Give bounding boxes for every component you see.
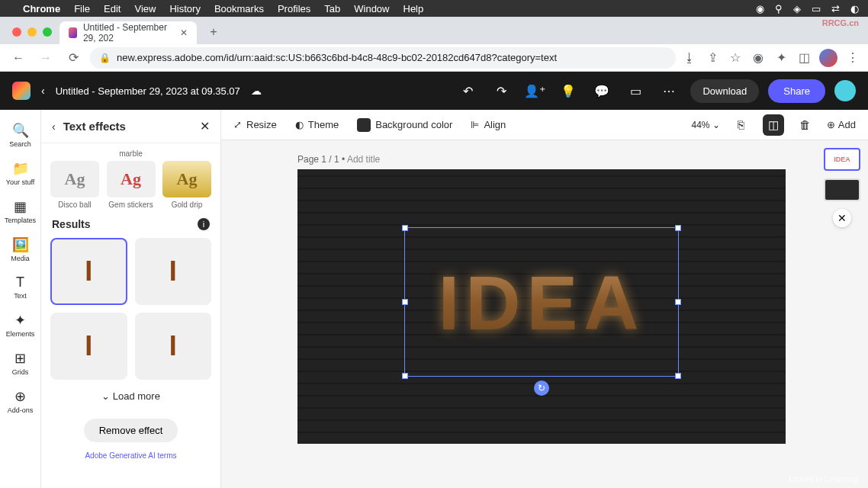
tab-close-icon[interactable]: ✕: [180, 27, 188, 38]
menu-window[interactable]: Window: [354, 3, 389, 14]
resize-handle-bl[interactable]: [402, 373, 408, 379]
url-bar[interactable]: 🔒 new.express.adobe.com/id/urn:aaid:sc:U…: [90, 47, 676, 69]
resize-handle-tl[interactable]: [402, 225, 408, 231]
menu-edit[interactable]: Edit: [104, 3, 121, 14]
url-text: new.express.adobe.com/id/urn:aaid:sc:US:…: [117, 52, 557, 63]
new-tab-button[interactable]: +: [203, 21, 224, 43]
resize-handle-ml[interactable]: [402, 299, 408, 305]
menubar-app[interactable]: Chrome: [23, 3, 60, 14]
wifi-icon[interactable]: ⚲: [775, 3, 783, 14]
menu-file[interactable]: File: [74, 3, 90, 14]
add-page-button[interactable]: ⊕Add: [827, 119, 856, 130]
invite-button[interactable]: 👤⁺: [522, 79, 547, 103]
canvas[interactable]: IDEA ↻: [297, 169, 786, 444]
sidepanel-icon[interactable]: ◫: [796, 50, 812, 66]
cloud-sync-icon[interactable]: ☁: [251, 85, 262, 97]
install-icon[interactable]: ⭳: [682, 50, 697, 66]
ai-terms-link[interactable]: Adobe Generative AI terms: [50, 448, 211, 466]
preset-disco-ball[interactable]: Ag Disco ball: [50, 161, 99, 209]
battery-icon[interactable]: ▭: [812, 3, 821, 14]
result-item-1[interactable]: I: [50, 238, 127, 305]
align-button[interactable]: ⊫Align: [471, 119, 506, 130]
macos-menubar: Chrome File Edit View History Bookmarks …: [0, 0, 868, 17]
panel-back-button[interactable]: ‹: [52, 120, 56, 133]
thumb-close-button[interactable]: ✕: [833, 209, 851, 227]
rail-elements[interactable]: ✦Elements: [0, 306, 40, 344]
more-button[interactable]: ⋯: [657, 79, 681, 103]
undo-button[interactable]: ↶: [455, 79, 480, 103]
user-avatar[interactable]: [834, 80, 856, 101]
preset-gem-stickers[interactable]: Ag Gem stickers: [107, 161, 156, 209]
result-item-4[interactable]: I: [135, 313, 212, 380]
help-button[interactable]: 💡: [556, 79, 580, 103]
share-button[interactable]: Share: [768, 79, 825, 103]
bookmark-icon[interactable]: ☆: [728, 50, 743, 66]
wifi2-icon[interactable]: ◈: [793, 3, 801, 14]
page-thumb-2[interactable]: [824, 178, 860, 201]
rail-templates[interactable]: ▦Templates: [0, 192, 40, 230]
bgcolor-button[interactable]: Background color: [357, 118, 452, 132]
resize-button[interactable]: ⤢Resize: [233, 119, 277, 130]
menu-bookmarks[interactable]: Bookmarks: [214, 3, 264, 14]
resize-handle-tr[interactable]: [675, 225, 681, 231]
delete-button[interactable]: 🗑: [795, 114, 816, 136]
duplicate-button[interactable]: ⎘: [731, 114, 752, 136]
favicon-icon: [69, 27, 77, 38]
window-close-button[interactable]: [12, 27, 21, 37]
rotate-handle[interactable]: ↻: [534, 380, 549, 396]
panel-close-button[interactable]: ✕: [200, 119, 210, 133]
lock-icon: 🔒: [99, 53, 111, 63]
result-item-2[interactable]: I: [135, 238, 212, 305]
document-title[interactable]: Untitled - September 29, 2023 at 09.35.0…: [56, 85, 240, 97]
rail-your-stuff[interactable]: 📁Your stuff: [0, 154, 40, 192]
page-info: Page 1 / 1 • Add title: [244, 154, 822, 165]
results-title: Results: [52, 218, 91, 230]
present-button[interactable]: ▭: [623, 79, 648, 103]
menu-history[interactable]: History: [169, 3, 200, 14]
info-icon[interactable]: i: [198, 218, 210, 230]
extension-icon[interactable]: ◉: [751, 50, 766, 66]
rail-addons[interactable]: ⊕Add-ons: [0, 382, 40, 420]
rail-search[interactable]: 🔍Search: [0, 116, 40, 154]
nav-forward-button[interactable]: →: [35, 47, 56, 69]
nav-reload-button[interactable]: ⟳: [63, 47, 84, 69]
browser-tab[interactable]: Untitled - September 29, 202 ✕: [59, 21, 197, 44]
menu-tab[interactable]: Tab: [324, 3, 340, 14]
share-icon[interactable]: ⇪: [705, 50, 720, 66]
result-item-3[interactable]: I: [50, 313, 127, 380]
theme-button[interactable]: ◐Theme: [295, 119, 339, 130]
resize-handle-br[interactable]: [675, 373, 681, 379]
extensions-icon[interactable]: ✦: [773, 50, 789, 66]
toggle-icon[interactable]: ⇄: [831, 3, 840, 14]
menu-view[interactable]: View: [134, 3, 156, 14]
comment-button[interactable]: 💬: [590, 79, 614, 103]
rail-grids[interactable]: ⊞Grids: [0, 344, 40, 382]
control-center-icon[interactable]: ◐: [850, 3, 859, 14]
zoom-level[interactable]: 44% ⌄: [691, 120, 719, 130]
profile-avatar[interactable]: [819, 49, 837, 67]
menu-icon[interactable]: ⋮: [845, 50, 860, 66]
adobe-express-logo[interactable]: [12, 82, 31, 100]
preset-gold-drip[interactable]: Ag Gold drip: [162, 161, 211, 209]
redo-button[interactable]: ↷: [489, 79, 513, 103]
page-thumb-1[interactable]: IDEA: [824, 148, 860, 171]
window-minimize-button[interactable]: [27, 27, 37, 37]
resize-handle-mr[interactable]: [675, 299, 681, 305]
download-button[interactable]: Download: [690, 79, 759, 103]
add-title-button[interactable]: Add title: [347, 154, 380, 165]
menu-help[interactable]: Help: [403, 3, 424, 14]
text-selection-box[interactable]: IDEA ↻: [404, 227, 679, 377]
remove-effect-button[interactable]: Remove effect: [84, 419, 178, 442]
rail-media[interactable]: 🖼️Media: [0, 230, 40, 268]
back-button[interactable]: ‹: [41, 85, 45, 97]
layers-button[interactable]: ◫: [763, 114, 784, 136]
rail-text[interactable]: TText: [0, 268, 40, 306]
nav-back-button[interactable]: ←: [8, 47, 29, 69]
menu-profiles[interactable]: Profiles: [278, 3, 310, 14]
window-maximize-button[interactable]: [43, 27, 52, 37]
context-bar: ⤢Resize ◐Theme Background color ⊫Align 4…: [221, 110, 868, 140]
status-icon[interactable]: ◉: [756, 3, 764, 14]
canvas-text[interactable]: IDEA: [405, 228, 678, 377]
tab-title: Untitled - September 29, 202: [83, 22, 174, 43]
load-more-button[interactable]: Load more: [50, 380, 211, 413]
